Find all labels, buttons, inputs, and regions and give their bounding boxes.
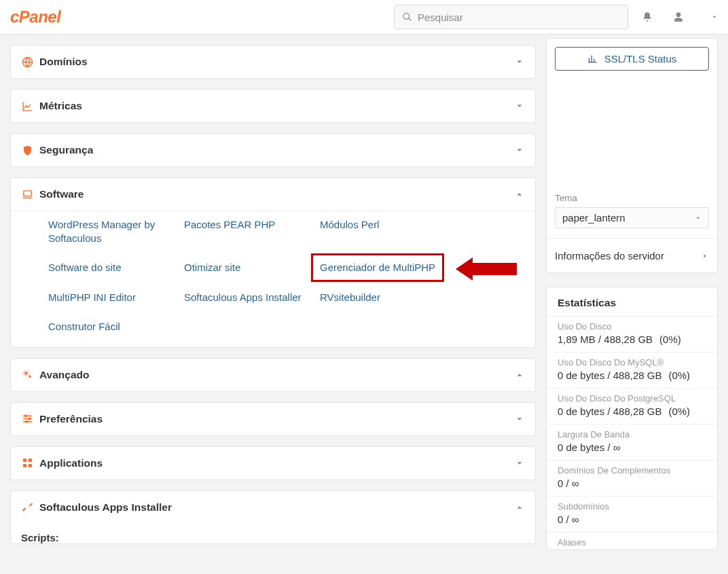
link-pear-php[interactable]: Pacotes PEAR PHP	[184, 218, 320, 245]
chevron-right-icon	[701, 252, 709, 260]
svg-point-5	[24, 415, 26, 417]
stat-label: Aliases	[558, 537, 706, 548]
search-wrap	[394, 5, 628, 29]
link-modulos-perl[interactable]: Módulos Perl	[320, 218, 456, 245]
stat-value: 1,89 MB / 488,28 GB(0%)	[558, 334, 706, 345]
chevron-down-icon	[515, 101, 524, 111]
chart-line-icon	[22, 101, 39, 112]
panel-title: Segurança	[39, 144, 93, 156]
grid-icon	[22, 457, 39, 469]
chevron-up-icon	[515, 190, 524, 199]
svg-marker-2	[456, 257, 517, 281]
ssl-card: SSL/TLS Status Tema paper_lantern Inform…	[546, 38, 718, 273]
bell-icon[interactable]	[642, 12, 653, 22]
chevron-down-icon	[515, 459, 524, 468]
panel-title: Software	[39, 188, 84, 200]
svg-rect-9	[29, 459, 32, 462]
panel-title: Avançado	[39, 369, 90, 381]
chevron-down-icon	[515, 414, 524, 424]
bar-chart-icon	[587, 54, 598, 64]
arrow-callout-icon	[456, 257, 517, 281]
user-icon[interactable]	[673, 12, 684, 22]
panel-header-softaculous[interactable]: Softaculous Apps Installer	[11, 491, 535, 524]
link-software-site[interactable]: Software do site	[48, 261, 184, 274]
stat-bandwidth: Largura De Banda 0 de bytes / ∞	[547, 424, 717, 460]
panel-header-avancado[interactable]: Avançado	[11, 359, 535, 391]
chevron-down-icon	[515, 145, 524, 155]
link-otimizar-site[interactable]: Otimizar site	[184, 261, 320, 274]
laptop-icon	[22, 189, 39, 200]
stat-mysql: Uso Do Disco Do MySQL® 0 de bytes / 488,…	[547, 352, 717, 388]
stat-value: 0 / ∞	[558, 514, 706, 525]
side-column: SSL/TLS Status Tema paper_lantern Inform…	[546, 35, 718, 550]
stat-disk: Uso Do Disco 1,89 MB / 488,28 GB(0%)	[547, 316, 717, 352]
stat-addon-domains: Domínios De Complementos 0 / ∞	[547, 460, 717, 496]
globe-icon	[22, 56, 39, 68]
stat-postgres: Uso Do Disco Do PostgreSQL 0 de bytes / …	[547, 388, 717, 424]
search-icon	[402, 12, 412, 22]
panel-software: Software WordPress Manager by Softaculou…	[10, 177, 536, 348]
svg-rect-8	[23, 459, 26, 462]
panel-title: Softaculous Apps Installer	[39, 501, 172, 514]
caret-down-icon[interactable]	[711, 14, 718, 20]
stat-label: Uso Do Disco Do PostgreSQL	[558, 393, 706, 403]
stat-value: 0 / ∞	[558, 478, 706, 489]
svg-rect-1	[24, 190, 31, 196]
panel-preferencias: Preferências	[10, 402, 536, 436]
panel-softaculous: Softaculous Apps Installer Scripts:	[10, 490, 536, 544]
tools-icon	[22, 501, 39, 513]
svg-point-3	[24, 372, 27, 374]
top-nav: cPanel	[0, 0, 728, 35]
panel-applications: Applications	[10, 446, 536, 480]
top-icons	[642, 12, 718, 22]
link-construtor-facil[interactable]: Construtor Fácil	[48, 320, 184, 334]
ssl-button-label: SSL/TLS Status	[604, 53, 677, 65]
panel-header-preferencias[interactable]: Preferências	[11, 403, 535, 435]
stats-card: Estatísticas Uso Do Disco 1,89 MB / 488,…	[546, 287, 718, 550]
chevron-up-icon	[515, 503, 524, 512]
scripts-label: Scripts:	[11, 524, 535, 543]
link-rvsitebuilder[interactable]: RVsitebuilder	[320, 291, 456, 304]
panel-header-seguranca[interactable]: Segurança	[11, 134, 535, 166]
panel-dominios: Domínios	[10, 45, 536, 79]
stat-value: 0 de bytes / ∞	[558, 442, 706, 453]
highlight-box: Gerenciador de MultiPHP	[311, 253, 444, 282]
panel-avancado: Avançado	[10, 358, 536, 392]
stat-label: Domínios De Complementos	[558, 465, 706, 476]
panel-metricas: Métricas	[10, 89, 536, 123]
shield-icon	[22, 145, 39, 156]
search-input[interactable]	[394, 5, 628, 29]
server-info-link[interactable]: Informações do servidor	[545, 238, 718, 272]
panel-title: Domínios	[39, 56, 88, 68]
tema-label: Tema	[555, 193, 709, 203]
chevron-up-icon	[515, 370, 524, 380]
svg-point-7	[26, 420, 28, 423]
stat-label: Largura De Banda	[558, 429, 706, 440]
chevron-down-icon	[515, 57, 524, 67]
svg-point-6	[29, 418, 31, 420]
stat-value: 0 de bytes / 488,28 GB(0%)	[558, 370, 706, 381]
panel-header-applications[interactable]: Applications	[11, 447, 535, 480]
link-softaculous-installer[interactable]: Softaculous Apps Installer	[184, 291, 320, 304]
panel-title: Métricas	[39, 100, 82, 112]
server-info-label: Informações do servidor	[555, 250, 664, 262]
theme-select[interactable]: paper_lantern	[555, 207, 709, 228]
svg-point-4	[29, 376, 31, 378]
panel-title: Applications	[39, 457, 103, 469]
stat-label: Uso Do Disco	[558, 321, 706, 331]
caret-down-icon	[695, 215, 702, 221]
panel-header-software[interactable]: Software	[11, 178, 535, 211]
ssl-status-button[interactable]: SSL/TLS Status	[555, 47, 709, 71]
panel-header-metricas[interactable]: Métricas	[11, 90, 535, 122]
stat-subdomains: Subdomínios 0 / ∞	[547, 496, 717, 532]
svg-rect-11	[29, 464, 32, 467]
link-multiphp-manager[interactable]: Gerenciador de MultiPHP	[320, 261, 456, 274]
panel-header-dominios[interactable]: Domínios	[11, 46, 535, 78]
stats-title: Estatísticas	[547, 287, 717, 316]
stat-value: 0 de bytes / 488,28 GB(0%)	[558, 406, 706, 417]
stat-label: Uso Do Disco Do MySQL®	[558, 357, 706, 367]
link-wordpress-manager[interactable]: WordPress Manager by Softaculous	[48, 218, 184, 245]
stat-label: Subdomínios	[558, 501, 706, 512]
link-multiphp-ini[interactable]: MultiPHP INI Editor	[48, 291, 184, 304]
logo: cPanel	[10, 7, 60, 26]
